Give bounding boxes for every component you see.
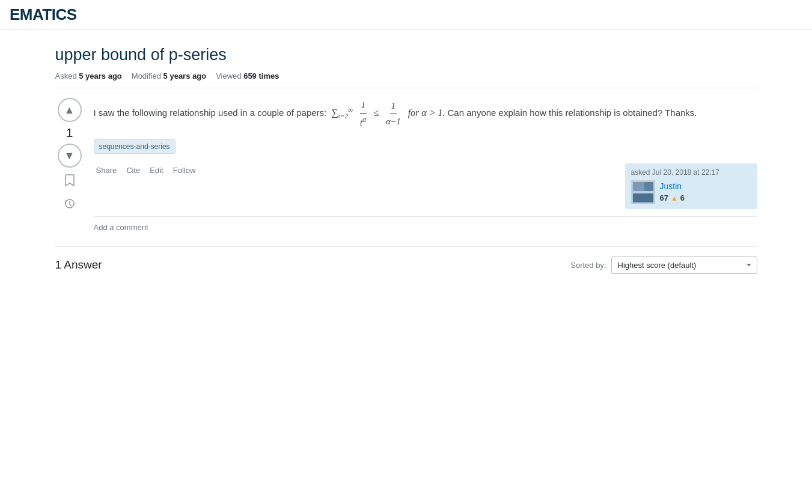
post-actions: Share Cite Edit Follow asked Jul 20, 201… xyxy=(94,163,757,209)
asked-meta: Asked 5 years ago xyxy=(55,71,122,80)
bronze-badge-count: 6 xyxy=(680,193,685,202)
answers-header: 1 Answer Sorted by: Highest score (defau… xyxy=(55,257,757,274)
modified-meta: Modified 5 years ago xyxy=(132,71,206,80)
history-button[interactable] xyxy=(62,196,78,214)
add-comment-button[interactable]: Add a comment xyxy=(94,223,148,232)
question-content: I saw the following relationship used in… xyxy=(94,98,757,232)
math-formula: ∑t=2∞ 1 tα ≤ 1 α−1 for α > 1. xyxy=(329,108,447,118)
question-body-area: ▲ 1 ▼ I saw xyxy=(55,98,757,232)
vote-count: 1 xyxy=(66,126,73,140)
body-text-before: I saw the following relationship used in… xyxy=(94,108,327,118)
svg-rect-4 xyxy=(632,193,653,202)
avatar xyxy=(631,180,655,204)
viewed-meta: Viewed 659 times xyxy=(216,71,279,80)
content-area: upper bound of p-series Asked 5 years ag… xyxy=(55,44,757,284)
follow-button[interactable]: Follow xyxy=(171,163,198,177)
main-container: upper bound of p-series Asked 5 years ag… xyxy=(46,30,767,284)
upvote-button[interactable]: ▲ xyxy=(58,98,82,122)
question-text: I saw the following relationship used in… xyxy=(94,98,757,130)
tags-area: sequences-and-series xyxy=(94,139,757,154)
answers-count: 1 Answer xyxy=(55,258,102,272)
user-card-body: Justin 67 ▲ 6 xyxy=(631,180,751,204)
site-header: EMATICS xyxy=(0,0,812,30)
bronze-badge-icon: ▲ xyxy=(671,194,678,202)
svg-rect-3 xyxy=(644,182,653,191)
sort-label: Sorted by: xyxy=(570,261,606,270)
share-button[interactable]: Share xyxy=(94,163,120,177)
cite-button[interactable]: Cite xyxy=(124,163,142,177)
question-meta: Asked 5 years ago Modified 5 years ago V… xyxy=(55,71,757,88)
reputation-score: 67 xyxy=(660,193,668,202)
bookmark-button[interactable] xyxy=(62,171,78,192)
svg-rect-2 xyxy=(632,182,644,191)
downvote-button[interactable]: ▼ xyxy=(58,144,82,168)
user-card: asked Jul 20, 2018 at 22:17 xyxy=(625,163,757,209)
sort-select[interactable]: Highest score (default) Trending (recent… xyxy=(611,257,757,274)
user-info: Justin 67 ▲ 6 xyxy=(660,181,685,202)
vote-cell: ▲ 1 ▼ xyxy=(55,98,84,232)
body-text-after: Can anyone explain how this relationship… xyxy=(448,108,697,118)
user-name[interactable]: Justin xyxy=(660,181,685,191)
user-card-label: asked Jul 20, 2018 at 22:17 xyxy=(631,168,751,177)
answers-section: 1 Answer Sorted by: Highest score (defau… xyxy=(55,246,757,274)
action-links: Share Cite Edit Follow xyxy=(94,163,198,177)
site-title: EMATICS xyxy=(10,5,77,24)
add-comment-area: Add a comment xyxy=(94,216,757,232)
edit-button[interactable]: Edit xyxy=(147,163,165,177)
tag-sequences-and-series[interactable]: sequences-and-series xyxy=(94,139,176,154)
question-title: upper bound of p-series xyxy=(55,44,757,65)
sort-dropdown: Sorted by: Highest score (default) Trend… xyxy=(570,257,757,274)
user-reputation: 67 ▲ 6 xyxy=(660,193,685,202)
